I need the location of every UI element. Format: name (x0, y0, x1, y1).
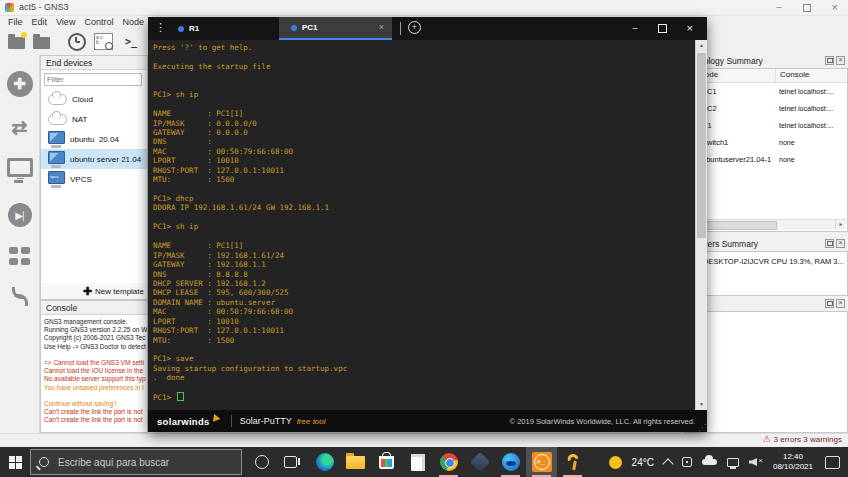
console-icon[interactable] (125, 36, 137, 47)
menu-item[interactable]: Edit (32, 17, 48, 27)
node-console-value: none (775, 139, 847, 146)
terminal-scrollbar[interactable] (695, 40, 707, 410)
device-item[interactable]: Cloud (41, 89, 147, 109)
run-icon[interactable] (8, 203, 32, 227)
vpcs-monitor-icon (48, 171, 65, 184)
taskbar-clock[interactable]: 12:40 08/10/2021 (773, 452, 813, 472)
terminal-line: MAC : 00:50:79:66:68:00 (153, 307, 693, 316)
ubuntu-monitor-icon (48, 151, 65, 164)
device-item[interactable]: NAT (41, 109, 147, 129)
network-icon[interactable] (727, 458, 739, 467)
weather-temp[interactable]: 24°C (632, 457, 654, 468)
close-panel-icon[interactable] (836, 239, 845, 248)
taskbar-app[interactable] (526, 447, 557, 477)
new-tab-icon[interactable] (408, 21, 421, 34)
node-console-value: telnet localhost:... (775, 88, 847, 95)
topology-row[interactable]: R1 telnet localhost:... (685, 117, 847, 134)
topology-row[interactable]: ubuntuserver21.04-1 none (685, 151, 847, 168)
taskbar-app[interactable] (402, 447, 433, 477)
taskbar-app[interactable] (557, 447, 588, 477)
terminal-line (153, 345, 693, 354)
action-center-icon[interactable] (825, 456, 840, 469)
server-row[interactable]: DESKTOP-I2IJCVR CPU 19.3%, RAM 3... (685, 252, 847, 269)
console-log: GNS3 management console.Running GNS3 ver… (44, 318, 147, 432)
putty-footer: solarwinds Solar-PuTTY free tool © 2019 … (148, 410, 707, 432)
float-panel-icon[interactable] (825, 299, 834, 308)
minimize-icon[interactable] (777, 3, 782, 12)
device-item[interactable]: ubuntu 20.04 (41, 129, 147, 149)
maximize-icon[interactable] (658, 24, 667, 33)
cortana-icon[interactable] (255, 455, 269, 469)
device-label: Cloud (72, 95, 93, 104)
cloud-icon (48, 114, 67, 125)
scroll-up-icon[interactable] (696, 40, 707, 51)
topology-row[interactable]: PC1 telnet localhost:... (685, 83, 847, 100)
add-link-icon[interactable] (11, 285, 29, 309)
switches-icon[interactable] (12, 116, 28, 139)
scrollbar-thumb[interactable] (697, 53, 706, 238)
node-name: ubuntuserver21.04-1 (702, 155, 771, 164)
float-panel-icon[interactable] (825, 56, 834, 65)
terminal-tab[interactable]: PC1 (279, 17, 392, 40)
menu-item[interactable]: View (56, 17, 75, 27)
scroll-down-icon[interactable] (696, 399, 707, 410)
topology-row[interactable]: PC2 telnet localhost:... (685, 100, 847, 117)
snapshot-icon[interactable] (68, 33, 86, 51)
putty-tabbar[interactable]: R1 PC1 (148, 17, 707, 40)
taskbar-app[interactable] (433, 447, 464, 477)
new-template-button[interactable]: New template (41, 283, 147, 299)
close-panel-icon[interactable] (836, 299, 845, 308)
menu-item[interactable]: Control (84, 17, 113, 27)
open-project-icon[interactable] (33, 37, 50, 49)
terminal-line: LPORT : 10010 (153, 317, 693, 326)
resize-grip[interactable] (698, 424, 706, 432)
app-window-icon[interactable] (682, 457, 692, 467)
close-panel-icon[interactable] (836, 56, 845, 65)
filter-input[interactable] (44, 73, 142, 86)
device-type-sidebar (0, 55, 40, 433)
device-list: Cloud NAT ubuntu 20.04 ubuntu s (41, 89, 147, 282)
cloud-icon[interactable] (702, 459, 717, 465)
device-label: VPCS (70, 175, 92, 184)
find-icon[interactable] (94, 33, 113, 50)
terminal-tab[interactable]: R1 (166, 17, 279, 40)
all-devices-icon[interactable] (8, 246, 32, 266)
menu-item[interactable]: File (8, 17, 23, 27)
taskbar-search[interactable] (30, 449, 242, 475)
tab-label: R1 (189, 24, 199, 33)
gns3-titlebar[interactable]: act5 - GNS3 (0, 0, 848, 16)
start-button[interactable] (0, 447, 30, 477)
task-view-icon[interactable] (284, 456, 297, 468)
end-devices-icon[interactable] (7, 158, 33, 177)
taskbar-app[interactable] (495, 447, 526, 477)
terminal-line: IP/MASK : 192.168.1.61/24 (153, 251, 693, 260)
routers-icon[interactable] (7, 71, 33, 97)
close-tab-icon[interactable] (379, 23, 384, 32)
scroll-right-icon[interactable] (835, 220, 846, 229)
taskbar-app[interactable] (340, 447, 371, 477)
weather-sun-icon[interactable] (609, 456, 622, 469)
taskbar-app[interactable] (371, 447, 402, 477)
minimize-icon[interactable] (633, 24, 638, 33)
topology-row[interactable]: Switch1 none (685, 134, 847, 151)
maximize-icon[interactable] (803, 4, 811, 12)
horizontal-scrollbar[interactable] (686, 219, 846, 230)
terminal[interactable]: Press '?' to get help.Executing the star… (148, 40, 707, 410)
menu-dots-icon[interactable] (155, 21, 166, 34)
terminal-line: DHCP SERVER : 192.168.1.2 (153, 279, 693, 288)
search-input[interactable] (56, 456, 230, 469)
float-panel-icon[interactable] (825, 239, 834, 248)
terminal-line: IP/MASK : 0.0.0.0/0 (153, 119, 693, 128)
close-icon[interactable] (687, 24, 693, 34)
chevron-up-icon[interactable] (662, 458, 673, 469)
taskbar-app[interactable] (309, 447, 340, 477)
errors-warnings-status[interactable]: 3 errors 3 warnings (762, 435, 842, 444)
taskbar-app[interactable] (464, 447, 495, 477)
close-icon[interactable] (832, 3, 838, 13)
new-project-icon[interactable] (8, 37, 25, 49)
device-item[interactable]: VPCS (41, 169, 147, 189)
device-item[interactable]: ubuntu server 21.04 (41, 149, 147, 169)
volume-muted-icon[interactable] (749, 457, 763, 467)
menu-item[interactable]: Node (122, 17, 144, 27)
terminal-line: NAME : PC1[1] (153, 109, 693, 118)
